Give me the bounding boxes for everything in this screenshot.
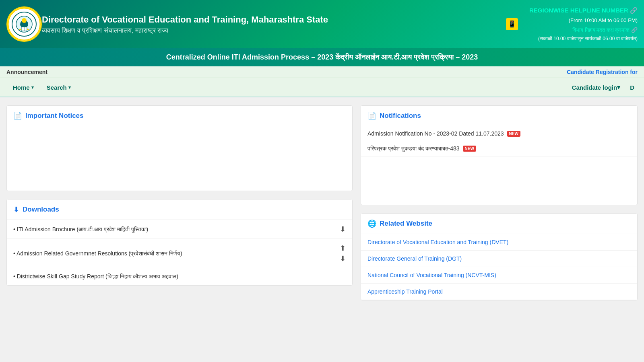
related-website-item-1[interactable]: Directorate General of Training (DGT) (361, 251, 637, 267)
download-item-1-arrow-up[interactable]: ⬆ (340, 244, 346, 253)
related-website-item-0-label: Directorate of Vocational Education and … (367, 239, 508, 245)
important-notices-body (7, 126, 352, 191)
dept-link[interactable]: विभाग निहाय मदत कक्ष क्रमांक 🔗 (572, 27, 638, 33)
notifications-title: Notifications (380, 112, 421, 120)
nav-search-label: Search (47, 84, 67, 91)
helpline-time: (From 10:00 AM to 06:00 PM) (529, 16, 638, 25)
notifications-header: 📄 Notifications (361, 106, 637, 126)
main-content: 📄 Important Notices ⬇ Downloads • ITI Ad… (0, 97, 644, 317)
download-item-0[interactable]: • ITI Admission Brochure (आय.टी.आय प्रवे… (7, 220, 352, 239)
related-website-item-2[interactable]: National Council of Vocational Training … (361, 267, 637, 284)
related-website-card: 🌐 Related Website Directorate of Vocatio… (361, 213, 638, 300)
important-notices-icon: 📄 (13, 111, 22, 120)
svg-point-4 (22, 18, 27, 23)
important-notices-header: 📄 Important Notices (7, 106, 352, 126)
site-logo (6, 6, 42, 42)
right-panel: 📄 Notifications Admission Notification N… (361, 105, 638, 309)
notifications-icon: 📄 (367, 111, 376, 120)
banner-text: Centralized Online ITI Admission Process… (166, 53, 478, 61)
related-website-title: Related Website (380, 220, 432, 228)
downloads-card: ⬇ Downloads • ITI Admission Brochure (आय… (6, 199, 353, 286)
downloads-body: • ITI Admission Brochure (आय.टी.आय प्रवे… (7, 220, 352, 285)
announcement-bar: Announcement Candidate Registration for (0, 66, 644, 78)
important-notices-card: 📄 Important Notices (6, 105, 353, 191)
notification-item-1-text: परिपत्रक प्रवेश तुकडया बंद करण्याबाबत-48… (367, 145, 460, 152)
downloads-title: Downloads (23, 206, 59, 214)
download-item-1-arrow-down[interactable]: ⬇ (340, 254, 346, 263)
nav-right: Candidate login ▾ D (566, 79, 638, 96)
notification-item-1-new-badge: NEW (463, 146, 476, 152)
candidate-registration-link[interactable]: Candidate Registration for (567, 69, 638, 75)
header-text-block: Directorate of Vocational Education and … (42, 14, 506, 35)
nav-d-item[interactable]: D (627, 79, 638, 96)
downloads-icon: ⬇ (13, 205, 19, 214)
important-notices-title: Important Notices (25, 112, 84, 120)
nav-item-home[interactable]: Home ▾ (6, 79, 40, 96)
dept-time: (सकाळी 10.00 वाजेपासुन सायंकाळी 06.00 वा… (529, 35, 638, 43)
notifications-body: Admission Notification No - 2023-02 Date… (361, 126, 637, 156)
site-header: Directorate of Vocational Education and … (0, 0, 644, 48)
downloads-header: ⬇ Downloads (7, 200, 352, 220)
download-item-0-text: • ITI Admission Brochure (आय.टी.आय प्रवे… (13, 226, 340, 233)
related-website-item-0[interactable]: Directorate of Vocational Education and … (361, 234, 637, 251)
download-item-1-text: • Admission Related Governmnet Resolutio… (13, 250, 340, 257)
nav-candidate-login[interactable]: Candidate login ▾ (566, 79, 627, 96)
phone-icon: 📱 (506, 18, 518, 30)
notification-item-0: Admission Notification No - 2023-02 Date… (361, 126, 637, 141)
notification-item-1: परिपत्रक प्रवेश तुकडया बंद करण्याबाबत-48… (361, 141, 637, 156)
related-website-item-3[interactable]: Apprenticeship Training Portal (361, 284, 637, 300)
helpline-link[interactable]: REGIONWISE HELPLINE NUMBER 🔗 (529, 7, 638, 14)
download-item-2[interactable]: • Districtwise Skill Gap Study Report (ज… (7, 268, 352, 285)
header-title-en: Directorate of Vocational Education and … (42, 14, 506, 26)
nav-candidate-login-chevron: ▾ (617, 84, 620, 91)
related-website-item-3-label: Apprenticeship Training Portal (367, 288, 443, 295)
download-item-1[interactable]: • Admission Related Governmnet Resolutio… (7, 239, 352, 268)
related-website-item-1-label: Directorate General of Training (DGT) (367, 255, 462, 262)
related-website-icon: 🌐 (367, 219, 376, 228)
related-website-header: 🌐 Related Website (361, 214, 637, 234)
nav-search-chevron: ▾ (68, 85, 71, 90)
nav-item-search[interactable]: Search ▾ (40, 79, 77, 96)
notification-item-0-new-badge: NEW (507, 131, 520, 137)
notifications-card: 📄 Notifications Admission Notification N… (361, 105, 638, 205)
announcement-label: Announcement (6, 69, 47, 75)
header-title-mr: व्यवसाय शिक्षण व प्रशिक्षण संचालनालय, मह… (42, 27, 506, 34)
related-website-item-2-label: National Council of Vocational Training … (367, 272, 496, 278)
download-item-0-arrow[interactable]: ⬇ (340, 225, 346, 234)
related-website-body: Directorate of Vocational Education and … (361, 234, 637, 300)
nav-home-chevron: ▾ (31, 85, 34, 90)
nav-home-label: Home (13, 84, 30, 91)
header-right-block: REGIONWISE HELPLINE NUMBER 🔗 (From 10:00… (529, 5, 638, 43)
main-banner: Centralized Online ITI Admission Process… (0, 48, 644, 66)
nav-d-label: D (630, 84, 634, 91)
download-item-2-text: • Districtwise Skill Gap Study Report (ज… (13, 273, 346, 280)
left-panel: 📄 Important Notices ⬇ Downloads • ITI Ad… (6, 105, 353, 309)
navbar: Home ▾ Search ▾ Candidate login ▾ D (0, 78, 644, 97)
nav-candidate-login-label: Candidate login (572, 84, 617, 91)
notifications-empty-space (361, 156, 637, 205)
notification-item-0-text: Admission Notification No - 2023-02 Date… (367, 130, 504, 137)
